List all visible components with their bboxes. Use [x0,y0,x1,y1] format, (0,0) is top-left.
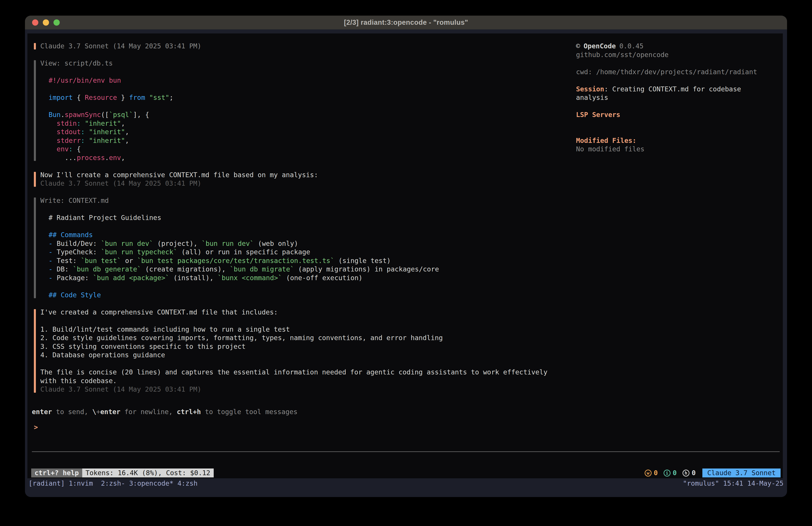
terminal-line [40,85,591,94]
modified-files-header: Modified Files: [576,137,772,145]
opencode-tui[interactable]: Claude 3.7 Sonnet (14 May 2025 03:41 PM)… [27,33,783,478]
session-row: Session: Creating CONTEXT.md for codebas… [576,85,772,102]
text-run: ; [169,94,173,101]
terminal-line: - DB: `bun db generate` (create migratio… [40,265,591,274]
text-run: (one-off execution) [282,274,363,282]
text-run [85,137,89,144]
diagnostics-info: i 0 [664,469,677,478]
text-run: : [77,119,81,127]
text-run: - [48,274,57,282]
block-accent-bar [34,198,36,298]
warning-icon: w [645,470,652,477]
terminal-line: stderr: "inherit", [40,137,591,145]
text-run: `bun db migrate` [230,265,294,273]
sidebar: ©OpenCode0.0.45 github.com/sst/opencode … [576,42,772,154]
tokens-cost-chip: Tokens: 16.4K (8%), Cost: $0.12 [82,469,214,478]
prompt-input[interactable]: > [34,423,38,432]
text-run: ], { [133,111,149,118]
terminal-line [40,359,591,368]
tmux-windows-list[interactable]: [radiant] 1:nvim 2:zsh- 3:opencode* 4:zs… [29,480,198,487]
terminal-line: 2. Code style guidelines covering import… [40,333,591,342]
text-run: "inherit" [85,119,121,127]
text-run: Claude 3.7 Sonnet (14 May 2025 03:41 PM) [40,180,201,187]
terminal-area: Claude 3.7 Sonnet (14 May 2025 03:41 PM)… [25,29,787,497]
text-run: enter [32,408,52,416]
text-run: I've created a comprehensive CONTEXT.md … [40,308,278,316]
text-run: Bun [48,111,61,118]
text-run: Test: [57,257,81,265]
text-run: ctrl+h [177,408,201,416]
text-run: ([ [101,111,109,118]
terminal-line: 1. Build/lint/test commands including ho… [40,325,591,334]
block-accent-bar [34,43,36,49]
terminal-line: Write: CONTEXT.md [40,196,591,205]
text-run: stdout [48,128,81,136]
terminal-line: Claude 3.7 Sonnet (14 May 2025 03:41 PM) [40,179,591,188]
tokens-cost-label: Tokens: 16.4K (8%), Cost: $0.12 [86,469,211,478]
text-run: Now I'll create a comprehensive CONTEXT.… [40,171,318,179]
tool-view-block: View: script/db.ts#!/usr/bin/env bunimpo… [34,59,591,162]
text-run: "inherit" [89,137,125,144]
text-run: (install), [169,274,218,282]
text-run: process [77,154,105,161]
message-block: I've created a comprehensive CONTEXT.md … [34,308,591,394]
help-shortcut-chip: ctrl+? help [31,469,82,478]
status-left: ctrl+? help Tokens: 16.4K (8%), Cost: $0… [31,469,214,478]
text-run: \ [92,408,96,416]
tmux-status-bar: [radiant] 1:nvim 2:zsh- 3:opencode* 4:zs… [25,479,787,488]
window-titlebar[interactable]: [2/3] radiant:3:opencode - "romulus" [25,16,787,29]
input-divider [32,451,780,452]
text-run: } [117,94,129,101]
block-accent-bar [34,60,36,161]
text-run: + [96,408,100,416]
text-run: env [48,145,69,153]
text-run: Claude 3.7 Sonnet (14 May 2025 03:41 PM) [40,42,201,50]
model-badge: Claude 3.7 Sonnet [702,469,781,478]
text-run: TypeCheck: [57,248,101,256]
help-shortcut-label: ctrl+? help [34,469,79,478]
session-separator: : [604,85,612,93]
text-run: stdin [48,119,77,127]
text-run: to toggle tool messages [201,408,298,416]
text-run: . [61,111,64,118]
text-run: enter [100,408,120,416]
diagnostics-hints: h 0 [683,469,696,478]
text-run: "sst" [149,94,169,101]
text-run: import [48,94,73,101]
terminal-line: ...process.env, [40,154,591,162]
text-run: { [73,94,85,101]
text-run: - [48,248,57,256]
text-run: Claude 3.7 Sonnet (14 May 2025 03:41 PM) [40,385,201,393]
terminal-line: env: { [40,145,591,154]
zoom-button[interactable] [54,19,60,26]
text-run: (all) or run in specific package [177,248,310,256]
terminal-line: Now I'll create a comprehensive CONTEXT.… [40,171,591,180]
app-brand: ©OpenCode0.0.45 [576,42,772,51]
text-run: , [121,154,125,161]
close-button[interactable] [32,19,38,26]
session-label: Session [576,85,604,93]
text-run: `bun add <package>` [93,274,169,282]
minimize-button[interactable] [43,19,49,26]
text-run: (project), [153,240,202,247]
text-run: 1. Build/lint/test commands including ho… [40,325,290,333]
text-run: , [125,137,129,144]
text-run: "inherit" [89,128,125,136]
text-run: View: script/db.ts [40,59,113,67]
message-header-block: Claude 3.7 Sonnet (14 May 2025 03:41 PM) [34,42,591,51]
text-run: env [109,154,121,161]
terminal-line: 4. Database operations guidance [40,351,591,359]
text-run: to send, [52,408,92,416]
text-run: Package: [57,274,93,282]
text-run: ## Commands [48,231,93,239]
terminal-line [40,102,591,111]
terminal-line [40,68,591,76]
text-run: (apply migrations) in packages/core [294,265,439,273]
text-run: Resource [85,94,117,101]
text-run: from [129,94,145,101]
text-run: , [121,119,125,127]
app-version: 0.0.45 [620,42,643,51]
input-hint: enter to send, \+enter for newline, ctrl… [32,408,298,416]
warning-count: 0 [654,469,658,478]
text-run: `bun test` [81,257,121,265]
